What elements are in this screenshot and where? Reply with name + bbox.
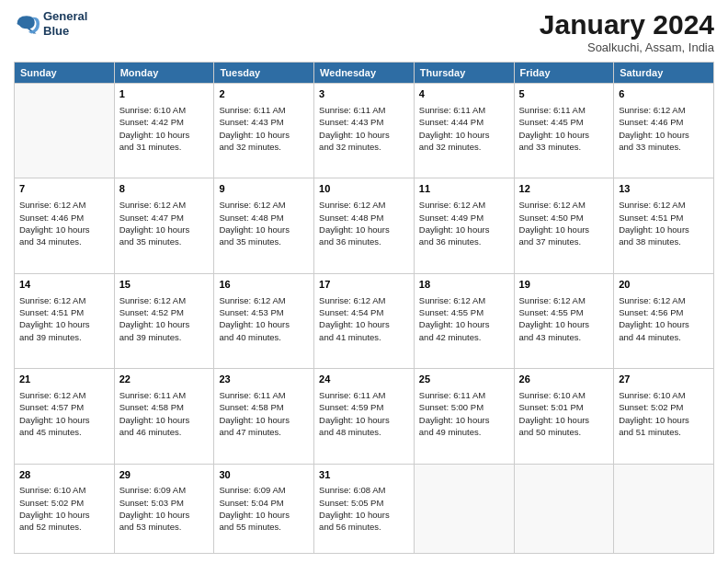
day-info: Sunrise: 6:12 AMSunset: 4:50 PMDaylight:… <box>519 199 609 247</box>
day-number: 5 <box>519 87 609 102</box>
day-number: 6 <box>619 87 709 102</box>
day-number: 12 <box>519 182 609 197</box>
month-title: January 2024 <box>540 9 714 40</box>
week-row-4: 21Sunrise: 6:12 AMSunset: 4:57 PMDayligh… <box>15 369 714 464</box>
day-number: 4 <box>419 87 509 102</box>
day-info: Sunrise: 6:12 AMSunset: 4:54 PMDaylight:… <box>319 294 409 343</box>
day-number: 21 <box>19 373 109 387</box>
day-number: 22 <box>119 373 210 387</box>
day-info: Sunrise: 6:12 AMSunset: 4:56 PMDaylight:… <box>619 294 709 343</box>
calendar-cell: 28Sunrise: 6:10 AMSunset: 5:02 PMDayligh… <box>15 464 115 554</box>
day-number: 11 <box>419 182 509 197</box>
calendar-cell: 16Sunrise: 6:12 AMSunset: 4:53 PMDayligh… <box>214 273 314 368</box>
day-info: Sunrise: 6:12 AMSunset: 4:46 PMDaylight:… <box>619 104 709 153</box>
day-info: Sunrise: 6:09 AMSunset: 5:03 PMDaylight:… <box>119 484 210 533</box>
calendar-cell: 27Sunrise: 6:10 AMSunset: 5:02 PMDayligh… <box>614 369 714 464</box>
calendar-cell: 24Sunrise: 6:11 AMSunset: 4:59 PMDayligh… <box>314 369 415 464</box>
week-row-1: 1Sunrise: 6:10 AMSunset: 4:42 PMDaylight… <box>15 84 714 178</box>
col-wednesday: Wednesday <box>314 63 415 84</box>
day-number: 31 <box>319 468 409 483</box>
calendar-cell: 6Sunrise: 6:12 AMSunset: 4:46 PMDaylight… <box>614 84 714 178</box>
day-info: Sunrise: 6:11 AMSunset: 4:58 PMDaylight:… <box>219 389 309 438</box>
calendar-cell: 12Sunrise: 6:12 AMSunset: 4:50 PMDayligh… <box>514 178 614 273</box>
day-number: 25 <box>419 373 509 387</box>
calendar-cell: 4Sunrise: 6:11 AMSunset: 4:44 PMDaylight… <box>414 84 514 178</box>
location-subtitle: Soalkuchi, Assam, India <box>540 40 714 54</box>
calendar-cell: 31Sunrise: 6:08 AMSunset: 5:05 PMDayligh… <box>314 464 415 554</box>
calendar-cell: 20Sunrise: 6:12 AMSunset: 4:56 PMDayligh… <box>614 273 714 368</box>
day-number: 20 <box>619 278 709 293</box>
calendar-cell: 15Sunrise: 6:12 AMSunset: 4:52 PMDayligh… <box>114 273 214 368</box>
day-info: Sunrise: 6:11 AMSunset: 4:58 PMDaylight:… <box>119 389 210 438</box>
day-info: Sunrise: 6:12 AMSunset: 4:48 PMDaylight:… <box>319 199 409 247</box>
calendar-cell: 5Sunrise: 6:11 AMSunset: 4:45 PMDaylight… <box>514 84 614 178</box>
calendar-cell: 29Sunrise: 6:09 AMSunset: 5:03 PMDayligh… <box>114 464 214 554</box>
day-number: 23 <box>219 373 309 387</box>
day-number: 30 <box>219 468 309 483</box>
logo-text: General Blue <box>43 9 87 38</box>
day-info: Sunrise: 6:12 AMSunset: 4:51 PMDaylight:… <box>619 199 709 247</box>
col-friday: Friday <box>514 63 614 84</box>
calendar-cell: 11Sunrise: 6:12 AMSunset: 4:49 PMDayligh… <box>414 178 514 273</box>
title-block: January 2024 Soalkuchi, Assam, India <box>540 9 714 54</box>
calendar-cell: 17Sunrise: 6:12 AMSunset: 4:54 PMDayligh… <box>314 273 415 368</box>
calendar-cell: 22Sunrise: 6:11 AMSunset: 4:58 PMDayligh… <box>114 369 214 464</box>
day-info: Sunrise: 6:10 AMSunset: 4:42 PMDaylight:… <box>119 104 210 153</box>
day-number: 13 <box>619 182 709 197</box>
calendar-cell: 14Sunrise: 6:12 AMSunset: 4:51 PMDayligh… <box>15 273 115 368</box>
day-info: Sunrise: 6:12 AMSunset: 4:55 PMDaylight:… <box>519 294 609 343</box>
day-number: 19 <box>519 278 609 293</box>
calendar-cell: 2Sunrise: 6:11 AMSunset: 4:43 PMDaylight… <box>214 84 314 178</box>
calendar-cell <box>514 464 614 554</box>
day-number: 7 <box>19 182 109 197</box>
day-info: Sunrise: 6:11 AMSunset: 4:43 PMDaylight:… <box>219 104 309 153</box>
col-saturday: Saturday <box>614 63 714 84</box>
calendar-cell: 18Sunrise: 6:12 AMSunset: 4:55 PMDayligh… <box>414 273 514 368</box>
day-number: 14 <box>19 278 109 293</box>
day-number: 17 <box>319 278 409 293</box>
day-info: Sunrise: 6:12 AMSunset: 4:57 PMDaylight:… <box>19 389 109 438</box>
day-number: 16 <box>219 278 309 293</box>
calendar-cell: 23Sunrise: 6:11 AMSunset: 4:58 PMDayligh… <box>214 369 314 464</box>
day-info: Sunrise: 6:12 AMSunset: 4:48 PMDaylight:… <box>219 199 309 247</box>
calendar-cell: 13Sunrise: 6:12 AMSunset: 4:51 PMDayligh… <box>614 178 714 273</box>
day-number: 27 <box>619 373 709 387</box>
day-number: 3 <box>319 87 409 102</box>
day-info: Sunrise: 6:08 AMSunset: 5:05 PMDaylight:… <box>319 484 409 533</box>
calendar-cell: 25Sunrise: 6:11 AMSunset: 5:00 PMDayligh… <box>414 369 514 464</box>
logo-line1: General <box>43 9 87 24</box>
day-info: Sunrise: 6:11 AMSunset: 4:59 PMDaylight:… <box>319 389 409 438</box>
calendar-cell: 26Sunrise: 6:10 AMSunset: 5:01 PMDayligh… <box>514 369 614 464</box>
day-info: Sunrise: 6:12 AMSunset: 4:53 PMDaylight:… <box>219 294 309 343</box>
day-info: Sunrise: 6:11 AMSunset: 5:00 PMDaylight:… <box>419 389 509 438</box>
col-thursday: Thursday <box>414 63 514 84</box>
day-number: 8 <box>119 182 210 197</box>
day-info: Sunrise: 6:12 AMSunset: 4:55 PMDaylight:… <box>419 294 509 343</box>
day-number: 24 <box>319 373 409 387</box>
calendar-table: Sunday Monday Tuesday Wednesday Thursday… <box>14 62 714 554</box>
col-tuesday: Tuesday <box>214 63 314 84</box>
day-info: Sunrise: 6:12 AMSunset: 4:46 PMDaylight:… <box>19 199 109 247</box>
day-info: Sunrise: 6:10 AMSunset: 5:01 PMDaylight:… <box>519 389 609 438</box>
logo-line2: Blue <box>43 24 87 39</box>
col-monday: Monday <box>114 63 214 84</box>
day-info: Sunrise: 6:12 AMSunset: 4:52 PMDaylight:… <box>119 294 210 343</box>
day-number: 26 <box>519 373 609 387</box>
day-info: Sunrise: 6:09 AMSunset: 5:04 PMDaylight:… <box>219 484 309 533</box>
day-info: Sunrise: 6:12 AMSunset: 4:47 PMDaylight:… <box>119 199 210 247</box>
calendar-cell: 1Sunrise: 6:10 AMSunset: 4:42 PMDaylight… <box>114 84 214 178</box>
calendar-cell: 21Sunrise: 6:12 AMSunset: 4:57 PMDayligh… <box>15 369 115 464</box>
calendar-cell <box>15 84 115 178</box>
day-info: Sunrise: 6:11 AMSunset: 4:44 PMDaylight:… <box>419 104 509 153</box>
calendar-cell: 19Sunrise: 6:12 AMSunset: 4:55 PMDayligh… <box>514 273 614 368</box>
calendar-cell: 7Sunrise: 6:12 AMSunset: 4:46 PMDaylight… <box>15 178 115 273</box>
day-info: Sunrise: 6:11 AMSunset: 4:45 PMDaylight:… <box>519 104 609 153</box>
day-number: 18 <box>419 278 509 293</box>
calendar-cell: 10Sunrise: 6:12 AMSunset: 4:48 PMDayligh… <box>314 178 415 273</box>
day-number: 29 <box>119 468 210 483</box>
logo: General Blue <box>14 9 87 38</box>
day-info: Sunrise: 6:10 AMSunset: 5:02 PMDaylight:… <box>19 484 109 533</box>
day-info: Sunrise: 6:10 AMSunset: 5:02 PMDaylight:… <box>619 389 709 438</box>
calendar-cell: 30Sunrise: 6:09 AMSunset: 5:04 PMDayligh… <box>214 464 314 554</box>
calendar-cell: 9Sunrise: 6:12 AMSunset: 4:48 PMDaylight… <box>214 178 314 273</box>
